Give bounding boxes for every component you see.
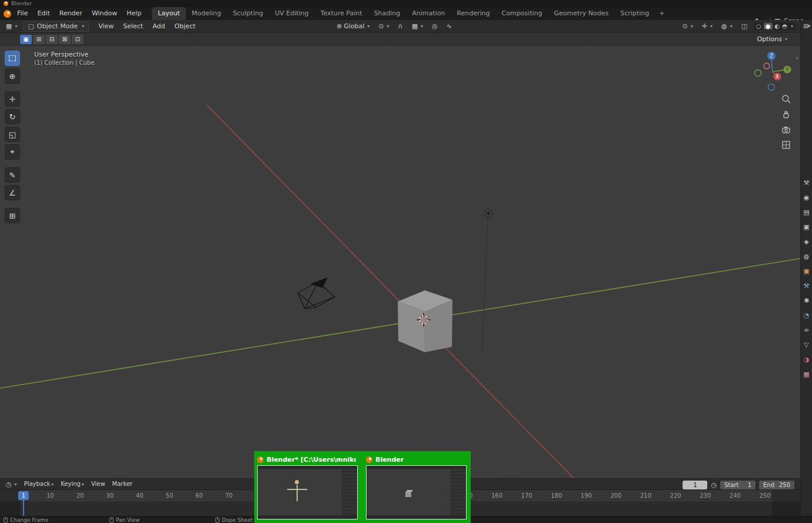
viewport-3d[interactable]: User Perspective (1) Collection | Cube ⊕… bbox=[0, 46, 800, 478]
taskbar-preview-card[interactable]: Blender* [C:\Users\mniko\Dow... bbox=[257, 455, 358, 521]
properties-tab-world[interactable]: ◍ bbox=[804, 253, 810, 260]
proportional-editing-toggle[interactable]: ◎ bbox=[430, 21, 440, 32]
properties-tab-column: ⚒◉▤▣◈◍▣⚒✱◔∞▽◑▦ bbox=[801, 179, 812, 378]
playhead-line[interactable] bbox=[23, 500, 24, 516]
pivot-point-dropdown[interactable]: ⊙ ▾ bbox=[376, 21, 391, 32]
select-mode-set-button[interactable]: ▣ bbox=[20, 35, 32, 44]
current-frame-field[interactable]: 1 bbox=[683, 481, 707, 489]
properties-tab-physics[interactable]: ◔ bbox=[804, 312, 810, 319]
axis-z-negative[interactable] bbox=[768, 84, 775, 91]
transform-orientation-dropdown[interactable]: ⊕ Global ▾ bbox=[334, 21, 372, 32]
workspace-tab-layout[interactable]: Layout bbox=[152, 7, 185, 20]
properties-tab-object[interactable]: ▣ bbox=[803, 267, 809, 275]
options-dropdown[interactable]: Options ▾ bbox=[757, 35, 787, 43]
taskbar-preview-card[interactable]: Blender bbox=[366, 455, 467, 521]
region-collapse-arrow[interactable]: ‹ bbox=[796, 54, 798, 62]
camera-view-icon[interactable] bbox=[780, 123, 793, 136]
navigation-gizmo[interactable]: Z Y X bbox=[753, 51, 792, 92]
shading-rendered-button[interactable]: ◓ bbox=[782, 23, 787, 29]
properties-tab-object-data[interactable]: ▽ bbox=[804, 341, 808, 349]
properties-tab-tool[interactable]: ⚒ bbox=[804, 179, 810, 187]
pan-hand-icon[interactable] bbox=[780, 108, 793, 121]
tool-measure-button[interactable]: ∠ bbox=[5, 185, 20, 200]
menu-window[interactable]: Window bbox=[87, 9, 122, 17]
shading-solid-button[interactable]: ● bbox=[764, 23, 773, 29]
playhead-frame-indicator[interactable]: 1 bbox=[18, 491, 29, 500]
timeline-editor-type-dropdown[interactable]: ◷ ▾ bbox=[4, 479, 19, 489]
tool-transform-button[interactable]: ⌖ bbox=[5, 144, 20, 160]
add-workspace-button[interactable]: + bbox=[655, 7, 668, 20]
timeline-menu-marker[interactable]: Marker bbox=[109, 478, 137, 491]
menu-render[interactable]: Render bbox=[55, 9, 87, 17]
snap-toggle[interactable]: ∩ bbox=[396, 21, 405, 32]
properties-tab-constraints[interactable]: ∞ bbox=[804, 326, 809, 334]
properties-tab-particles[interactable]: ✱ bbox=[804, 297, 809, 304]
visibility-dropdown[interactable]: ⊙ ▾ bbox=[680, 21, 695, 32]
tool-annotate-button[interactable]: ✎ bbox=[5, 167, 20, 183]
cube-object[interactable] bbox=[398, 290, 452, 352]
tool-scale-button[interactable]: ◱ bbox=[5, 127, 20, 142]
workspace-tab-shading[interactable]: Shading bbox=[368, 7, 407, 20]
tool-select-box-button[interactable] bbox=[5, 51, 20, 66]
select-mode-invert-button[interactable]: ⊠ bbox=[59, 35, 71, 44]
taskbar-preview-thumbnail[interactable] bbox=[257, 465, 358, 519]
tool-cursor-button[interactable]: ⊕ bbox=[5, 68, 20, 84]
axis-x-negative[interactable] bbox=[764, 63, 770, 69]
auto-keying-clock-icon[interactable]: ◷ bbox=[711, 481, 717, 489]
timeline-menu-keying[interactable]: Keying▾ bbox=[57, 478, 88, 491]
viewport-menu-object[interactable]: Object bbox=[169, 20, 200, 33]
properties-tab-material[interactable]: ◑ bbox=[804, 356, 810, 363]
workspace-tab-modeling[interactable]: Modeling bbox=[186, 7, 227, 20]
timeline-menu-playback[interactable]: Playback▾ bbox=[21, 478, 58, 491]
xray-toggle[interactable]: ◫ bbox=[739, 21, 750, 32]
tool-rotate-button[interactable]: ↻ bbox=[5, 109, 20, 124]
blender-menu-icon[interactable] bbox=[4, 10, 11, 18]
taskbar-preview-popup[interactable]: Blender* [C:\Users\mniko\Dow...Blender bbox=[254, 451, 471, 523]
editor-type-dropdown[interactable]: ▦ ▾ bbox=[4, 21, 19, 32]
shading-wireframe-button[interactable]: ○ bbox=[756, 23, 761, 29]
frame-end-field[interactable]: End 250 bbox=[759, 481, 794, 489]
properties-tab-view-layer[interactable]: ▣ bbox=[803, 223, 809, 231]
mode-selector[interactable]: ▢ Object Mode ▾ bbox=[23, 21, 89, 32]
axis-y-negative[interactable] bbox=[755, 70, 761, 77]
toggle-ortho-icon[interactable] bbox=[780, 138, 793, 151]
viewport-menu-add[interactable]: Add bbox=[148, 20, 169, 33]
workspace-tab-geometry-nodes[interactable]: Geometry Nodes bbox=[548, 7, 614, 20]
shading-material-button[interactable]: ◐ bbox=[775, 23, 780, 29]
properties-editor-strip[interactable]: ▤▾ ⚒◉▤▣◈◍▣⚒✱◔∞▽◑▦ bbox=[800, 20, 812, 516]
select-mode-subtract-button[interactable]: ⊟ bbox=[46, 35, 58, 44]
timeline-menu-view[interactable]: View bbox=[88, 478, 109, 491]
gizmos-dropdown[interactable]: ✛ ▾ bbox=[700, 21, 715, 32]
properties-editor-icon[interactable]: ▤▾ bbox=[801, 23, 812, 29]
select-mode-extend-button[interactable]: ⊞ bbox=[33, 35, 45, 44]
menu-file[interactable]: File bbox=[12, 9, 32, 17]
properties-tab-texture[interactable]: ▦ bbox=[803, 370, 809, 378]
overlays-dropdown[interactable]: ◍ ▾ bbox=[719, 21, 735, 32]
workspace-tab-rendering[interactable]: Rendering bbox=[451, 7, 495, 20]
zoom-icon[interactable] bbox=[780, 92, 793, 105]
workspace-tab-animation[interactable]: Animation bbox=[406, 7, 451, 20]
tool-add-cube-button[interactable]: ⊞ bbox=[5, 208, 20, 223]
chevron-down-icon[interactable]: ▾ bbox=[791, 24, 793, 29]
camera-object[interactable] bbox=[298, 277, 335, 309]
frame-start-field[interactable]: Start 1 bbox=[720, 481, 756, 489]
properties-tab-scene[interactable]: ◈ bbox=[804, 238, 808, 246]
viewport-menu-view[interactable]: View bbox=[94, 20, 118, 33]
workspace-tab-texture-paint[interactable]: Texture Paint bbox=[315, 7, 368, 20]
tool-move-button[interactable]: ✛ bbox=[5, 91, 20, 107]
menu-help[interactable]: Help bbox=[122, 9, 146, 17]
workspace-tab-scripting[interactable]: Scripting bbox=[614, 7, 655, 20]
taskbar-preview-thumbnail[interactable] bbox=[366, 465, 467, 519]
workspace-tab-uv-editing[interactable]: UV Editing bbox=[269, 7, 314, 20]
menu-edit[interactable]: Edit bbox=[32, 9, 54, 17]
workspace-tab-compositing[interactable]: Compositing bbox=[496, 7, 548, 20]
properties-tab-modifiers[interactable]: ⚒ bbox=[804, 282, 810, 290]
select-mode-intersect-button[interactable]: ⊡ bbox=[72, 35, 84, 44]
proportional-falloff-dropdown[interactable]: ∿ bbox=[444, 21, 454, 32]
viewport-canvas[interactable] bbox=[0, 46, 800, 478]
viewport-menu-select[interactable]: Select bbox=[118, 20, 148, 33]
snap-settings-dropdown[interactable]: ▦ ▾ bbox=[410, 21, 425, 32]
properties-tab-render[interactable]: ◉ bbox=[804, 194, 810, 201]
workspace-tab-sculpting[interactable]: Sculpting bbox=[227, 7, 269, 20]
properties-tab-output[interactable]: ▤ bbox=[803, 208, 809, 216]
